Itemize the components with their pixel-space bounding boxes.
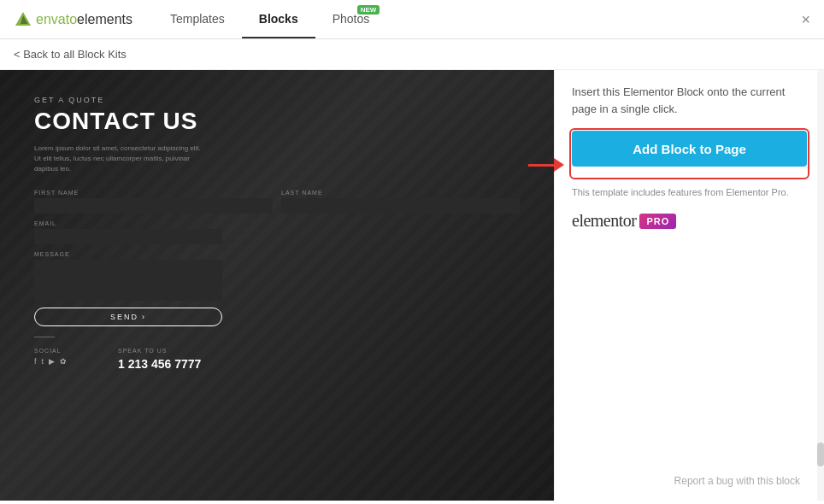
- email-group: EMAIL: [34, 220, 520, 244]
- nav-tabs: Templates Blocks Photos NEW: [153, 0, 386, 38]
- main-content: GET A QUOTE CONTACT US Lorem ipsum dolor…: [0, 70, 824, 501]
- send-button[interactable]: SEND ›: [34, 308, 222, 326]
- instagram-icon: ✿: [60, 357, 67, 366]
- new-badge: NEW: [357, 5, 380, 15]
- tab-photos[interactable]: Photos NEW: [315, 0, 387, 38]
- right-panel: Insert this Elementor Block onto the cur…: [554, 70, 824, 501]
- social-icons: f t ▶ ✿: [34, 357, 67, 366]
- form-name-row: FIRST NAME LAST NAME: [34, 190, 520, 214]
- back-link[interactable]: < Back to all Block Kits: [14, 48, 127, 61]
- speak-section: SPEAK TO US 1 213 456 7777: [118, 348, 201, 371]
- email-input: [34, 229, 222, 244]
- message-group: MESSAGE: [34, 251, 520, 301]
- facebook-icon: f: [34, 357, 37, 366]
- email-label: EMAIL: [34, 220, 520, 226]
- last-name-input: [281, 198, 520, 214]
- red-arrow-indicator: [528, 158, 564, 172]
- contact-content: GET A QUOTE CONTACT US Lorem ipsum dolor…: [34, 96, 520, 371]
- divider: [34, 337, 55, 337]
- first-name-input: [34, 198, 273, 214]
- report-bug-link[interactable]: Report a bug with this block: [674, 475, 800, 487]
- social-section: SOCIAL f t ▶ ✿: [34, 348, 67, 371]
- message-label: MESSAGE: [34, 251, 520, 257]
- preview-area: GET A QUOTE CONTACT US Lorem ipsum dolor…: [0, 70, 554, 501]
- template-includes-text: This template includes features from Ele…: [572, 187, 807, 197]
- elementor-pro-badge: elementor PRO: [572, 211, 807, 231]
- insert-description: Insert this Elementor Block onto the cur…: [572, 84, 807, 117]
- twitter-icon: t: [42, 357, 44, 366]
- speak-label: SPEAK TO US: [118, 348, 201, 354]
- pro-badge: PRO: [639, 214, 676, 229]
- contact-preview: GET A QUOTE CONTACT US Lorem ipsum dolor…: [0, 70, 554, 501]
- first-name-group: FIRST NAME: [34, 190, 273, 214]
- logo-text: envatoelements: [36, 12, 132, 27]
- get-quote-label: GET A QUOTE: [34, 96, 520, 104]
- social-label: SOCIAL: [34, 348, 67, 354]
- youtube-icon: ▶: [49, 357, 55, 366]
- close-button[interactable]: ×: [801, 12, 810, 27]
- contact-description: Lorem ipsum dolor sit amet, consectetur …: [34, 144, 205, 174]
- contact-title: CONTACT US: [34, 108, 520, 135]
- footer-row: SOCIAL f t ▶ ✿ SPEAK TO US 1 213 456 777…: [34, 348, 520, 371]
- scrollbar[interactable]: [817, 70, 824, 501]
- send-arrow-icon: ›: [142, 313, 146, 321]
- phone-number: 1 213 456 7777: [118, 357, 201, 371]
- last-name-group: LAST NAME: [281, 190, 520, 214]
- arrow-line: [528, 164, 554, 167]
- last-name-label: LAST NAME: [281, 190, 520, 196]
- first-name-label: FIRST NAME: [34, 190, 273, 196]
- logo: envatoelements: [14, 10, 132, 29]
- add-block-button[interactable]: Add Block to Page: [572, 131, 807, 167]
- message-input: [34, 260, 222, 301]
- arrow-head: [554, 158, 564, 172]
- tab-templates[interactable]: Templates: [153, 0, 242, 38]
- envato-icon: [14, 10, 32, 29]
- header: envatoelements Templates Blocks Photos N…: [0, 0, 824, 39]
- breadcrumb: < Back to all Block Kits: [0, 39, 824, 70]
- tab-blocks[interactable]: Blocks: [242, 0, 315, 38]
- add-block-wrapper: Add Block to Page: [572, 131, 807, 177]
- elementor-logo-text: elementor: [572, 211, 636, 231]
- scrollbar-thumb[interactable]: [817, 442, 824, 466]
